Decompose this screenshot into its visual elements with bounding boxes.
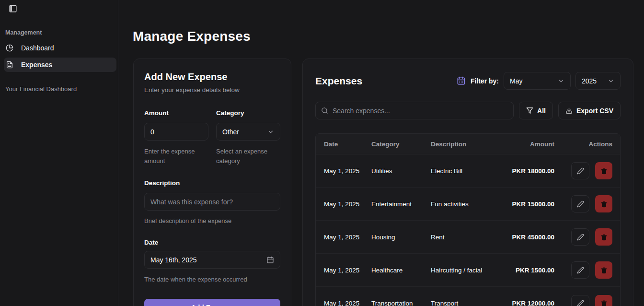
pencil-icon	[577, 300, 584, 306]
pencil-icon	[577, 167, 584, 175]
cell-category: Utilities	[371, 167, 431, 175]
cell-category: Entertainment	[371, 200, 431, 208]
column-header-category: Category	[371, 141, 431, 148]
sidebar: Management Dashboard Expenses Your Finan…	[0, 0, 118, 306]
expense-table-body: May 1, 2025UtilitiesElectric BillPKR 180…	[316, 154, 620, 306]
cell-date: May 1, 2025	[316, 167, 371, 175]
category-helper: Select an expense category	[216, 147, 280, 166]
pie-chart-icon	[6, 44, 13, 52]
add-expense-card: Add New Expense Enter your expense detai…	[133, 59, 291, 306]
cell-description: Fun activities	[431, 200, 511, 208]
filter-by-label: Filter by:	[471, 77, 499, 85]
download-icon	[565, 107, 573, 114]
pencil-icon	[577, 267, 584, 274]
pencil-icon	[577, 234, 584, 241]
cell-date: May 1, 2025	[316, 234, 371, 241]
delete-expense-button[interactable]	[595, 195, 612, 212]
form-subtitle: Enter your expense details below	[144, 86, 280, 94]
category-value: Other	[222, 128, 239, 136]
cell-amount: PKR 12000.00	[511, 300, 554, 306]
sidebar-nav: Dashboard Expenses	[4, 41, 116, 72]
cell-amount: PKR 15000.00	[511, 200, 554, 208]
edit-expense-button[interactable]	[571, 228, 589, 246]
year-select[interactable]: 2025	[575, 72, 621, 90]
trash-icon	[600, 300, 608, 306]
column-header-description: Description	[431, 141, 511, 148]
search-box	[315, 102, 514, 119]
column-header-amount: Amount	[511, 141, 554, 148]
cell-category: Housing	[371, 234, 431, 241]
table-header-row: Date Category Description Amount Actions	[316, 134, 620, 154]
table-row: May 1, 2025TransportationTransportPKR 12…	[316, 287, 620, 306]
table-row: May 1, 2025HousingRentPKR 45000.00	[316, 221, 620, 254]
edit-expense-button[interactable]	[571, 295, 589, 306]
amount-field[interactable]	[144, 123, 208, 141]
cell-date: May 1, 2025	[316, 267, 371, 274]
expenses-title: Expenses	[315, 75, 362, 87]
file-text-icon	[6, 61, 13, 69]
sidebar-item-label: Dashboard	[21, 44, 54, 52]
year-value: 2025	[582, 77, 597, 85]
delete-expense-button[interactable]	[595, 295, 612, 306]
description-field[interactable]	[144, 193, 280, 211]
edit-expense-button[interactable]	[571, 195, 589, 212]
search-icon	[321, 107, 328, 114]
category-label: Category	[216, 109, 280, 117]
date-label: Date	[144, 239, 280, 246]
sidebar-item-expenses[interactable]: Expenses	[4, 58, 116, 72]
cell-date: May 1, 2025	[316, 300, 371, 306]
cell-description: Transport	[431, 300, 511, 306]
sidebar-footer-text: Your Financial Dashboard	[5, 85, 77, 93]
expenses-table: Date Category Description Amount Actions…	[315, 133, 621, 306]
page-title: Manage Expenses	[133, 29, 251, 44]
cell-date: May 1, 2025	[316, 200, 371, 208]
expenses-card: Expenses Filter by: May 2025	[302, 59, 633, 306]
edit-expense-button[interactable]	[571, 261, 589, 279]
table-row: May 1, 2025UtilitiesElectric BillPKR 180…	[316, 154, 620, 188]
column-header-actions: Actions	[554, 141, 620, 148]
cell-description: Haircutting / facial	[431, 267, 511, 274]
cell-category: Transportation	[371, 300, 431, 306]
cell-amount: PKR 45000.00	[511, 234, 554, 241]
calendar-days-icon	[457, 76, 466, 85]
date-helper: The date when the expense occurred	[144, 275, 280, 284]
cell-amount: PKR 1500.00	[511, 267, 554, 274]
delete-expense-button[interactable]	[595, 162, 612, 179]
cell-description: Rent	[431, 234, 511, 241]
pencil-icon	[577, 200, 584, 208]
description-helper: Brief description of the expense	[144, 216, 280, 226]
table-row: May 1, 2025HealthcareHaircutting / facia…	[316, 254, 620, 287]
sidebar-toggle-button[interactable]	[7, 2, 19, 15]
form-title: Add New Expense	[144, 71, 280, 82]
date-picker[interactable]: May 16th, 2025	[144, 251, 280, 269]
description-label: Description	[144, 179, 280, 187]
cell-actions	[554, 162, 620, 179]
amount-helper: Enter the expense amount	[144, 147, 208, 166]
cell-amount: PKR 18000.00	[511, 167, 554, 175]
calendar-icon	[266, 256, 274, 264]
sidebar-item-label: Expenses	[21, 61, 52, 69]
amount-label: Amount	[144, 109, 208, 117]
sidebar-section-label: Management	[5, 29, 42, 36]
chevron-down-icon	[267, 129, 274, 135]
cell-actions	[554, 195, 620, 212]
month-select[interactable]: May	[504, 72, 571, 90]
edit-expense-button[interactable]	[571, 162, 589, 179]
delete-expense-button[interactable]	[595, 228, 612, 246]
search-input[interactable]	[333, 107, 508, 115]
cell-actions	[554, 228, 620, 246]
cell-actions	[554, 261, 620, 279]
category-select[interactable]: Other	[216, 123, 280, 141]
trash-icon	[600, 200, 608, 208]
filter-all-button[interactable]: All	[519, 102, 553, 119]
date-value: May 16th, 2025	[150, 256, 197, 264]
delete-expense-button[interactable]	[595, 261, 612, 279]
cell-category: Healthcare	[371, 267, 431, 274]
cell-description: Electric Bill	[431, 167, 511, 175]
sidebar-item-dashboard[interactable]: Dashboard	[4, 41, 116, 55]
trash-icon	[600, 234, 608, 241]
funnel-icon	[526, 107, 533, 114]
add-expense-button[interactable]: Add Expense	[144, 299, 280, 306]
export-csv-button[interactable]: Export CSV	[558, 102, 621, 119]
chevron-down-icon	[608, 78, 614, 84]
